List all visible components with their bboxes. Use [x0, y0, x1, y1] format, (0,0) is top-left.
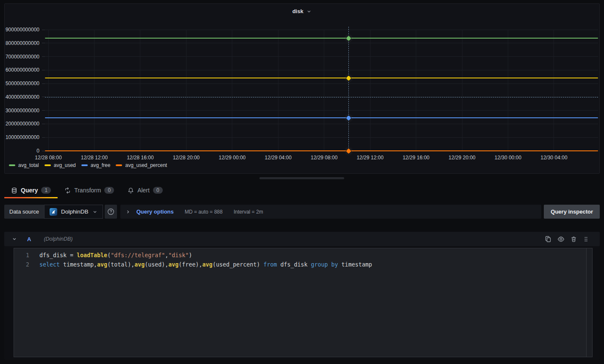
grid-line-v — [140, 30, 140, 151]
code-lines: 1dfs_disk = loadTable("dfs://telegraf","… — [14, 248, 592, 270]
code-line[interactable]: 2select timestamp,avg(total),avg(used),a… — [14, 260, 592, 270]
legend-item-avg_used_percent[interactable]: avg_used_percent — [116, 162, 167, 168]
interval-summary: Interval = 2m — [234, 209, 263, 215]
grid-line-v — [462, 30, 462, 151]
legend-swatch — [116, 164, 122, 166]
editor-tabs: Query 1 Transform 0 Alert 0 — [4, 183, 170, 197]
x-axis-label: 12/28 12:00 — [71, 155, 117, 161]
grid-line-h — [45, 43, 598, 43]
y-axis-label: 100000000000 — [5, 134, 39, 141]
duplicate-query-icon[interactable] — [545, 236, 551, 242]
y-axis-tick — [42, 97, 45, 97]
x-axis-label: 12/29 04:00 — [255, 155, 301, 161]
tab-query-label: Query — [21, 187, 38, 194]
hover-point-avg_free — [346, 115, 351, 121]
tab-transform[interactable]: Transform 0 — [58, 183, 121, 197]
x-axis-label: 12/28 08:00 — [25, 155, 72, 161]
x-axis-label: 12/30 00:00 — [485, 155, 532, 161]
legend-swatch — [45, 164, 51, 166]
hover-point-avg_used_percent — [346, 148, 351, 154]
x-axis-label: 12/28 20:00 — [163, 155, 209, 161]
x-axis-label: 12/29 12:00 — [347, 155, 393, 161]
panel-resize-handle[interactable] — [259, 177, 344, 179]
grid-line-v — [324, 30, 324, 151]
collapse-query-icon[interactable] — [12, 236, 17, 242]
grid-line-h — [45, 56, 598, 57]
legend-item-avg_free[interactable]: avg_free — [81, 162, 111, 168]
y-axis-tick — [42, 70, 45, 70]
series-line-avg_total — [45, 38, 598, 39]
crosshair-horizontal — [45, 97, 598, 97]
x-axis-label: 12/29 16:00 — [393, 155, 440, 161]
datasource-label: Data source — [4, 205, 44, 219]
y-axis-label: 500000000000 — [5, 80, 39, 87]
legend-label: avg_free — [91, 162, 111, 168]
tab-query[interactable]: Query 1 — [4, 183, 58, 197]
query-options-header[interactable]: Query options MD = auto = 888 Interval =… — [120, 205, 542, 219]
x-axis-label: 12/29 08:00 — [301, 155, 348, 161]
grid-line-v — [416, 30, 416, 151]
query-inspector-button[interactable]: Query inspector — [544, 205, 600, 219]
y-axis-tick — [42, 110, 45, 111]
tab-alert[interactable]: Alert 0 — [121, 183, 169, 197]
y-axis-tick — [42, 56, 45, 57]
editor-scrollbar[interactable] — [586, 248, 592, 357]
legend-label: avg_used — [54, 162, 76, 168]
legend-item-avg_used[interactable]: avg_used — [45, 162, 76, 168]
code-text: select timestamp,avg(total),avg(used),av… — [39, 260, 372, 270]
legend-label: avg_used_percent — [125, 162, 167, 168]
panel-title-menu[interactable]: disk — [5, 8, 599, 14]
tab-alert-label: Alert — [137, 187, 150, 194]
query-row-header[interactable]: A (DolphinDB) — [4, 232, 600, 246]
legend-swatch — [9, 164, 15, 166]
grid-line-v — [94, 30, 95, 151]
chevron-down-icon — [306, 9, 312, 14]
tab-transform-count: 0 — [104, 187, 114, 194]
legend-item-avg_total[interactable]: avg_total — [9, 162, 39, 168]
datasource-name: DolphinDB — [61, 208, 89, 215]
y-axis-tick — [42, 151, 45, 151]
question-circle-icon — [107, 208, 114, 215]
code-editor[interactable]: 1dfs_disk = loadTable("dfs://telegraf","… — [14, 248, 593, 357]
tab-transform-label: Transform — [74, 187, 101, 194]
delete-query-icon[interactable] — [571, 236, 577, 242]
toggle-visibility-icon[interactable] — [557, 236, 565, 243]
grid-line-h — [45, 30, 598, 30]
y-axis-label: 700000000000 — [5, 53, 39, 60]
series-line-avg_used — [45, 78, 598, 78]
x-axis-label: 12/29 20:00 — [439, 155, 485, 161]
x-axis-label: 12/30 04:00 — [531, 155, 577, 161]
drag-handle-icon[interactable] — [583, 236, 589, 242]
code-text: dfs_disk = loadTable("dfs://telegraf","d… — [39, 251, 192, 260]
dolphindb-logo-icon — [50, 208, 57, 216]
query-datasource-hint: (DolphinDB) — [44, 236, 72, 242]
query-row: A (DolphinDB) 1dfs_disk = loadTable("dfs… — [4, 232, 600, 360]
y-axis-tick — [42, 83, 45, 84]
panel-title-text: disk — [292, 8, 303, 14]
legend-swatch — [81, 164, 88, 166]
grid-line-h — [45, 124, 598, 124]
datasource-bar: Data source DolphinDB Query options MD =… — [4, 205, 600, 219]
query-options-link[interactable]: Query options — [136, 208, 174, 215]
grid-line-v — [554, 30, 554, 151]
line-number: 2 — [14, 260, 29, 270]
legend-label: avg_total — [18, 162, 39, 168]
datasource-picker[interactable]: DolphinDB — [44, 205, 103, 219]
y-axis-label: 900000000000 — [5, 26, 39, 33]
grid-line-h — [45, 70, 598, 70]
y-axis-label: 800000000000 — [5, 40, 39, 47]
y-axis-tick — [42, 137, 45, 138]
disk-panel: disk avg_totalavg_usedavg_freeavg_used_p… — [4, 3, 600, 174]
grid-line-v — [508, 30, 508, 151]
chevron-right-icon — [125, 209, 131, 214]
code-line[interactable]: 1dfs_disk = loadTable("dfs://telegraf","… — [14, 251, 592, 260]
grid-line-v — [186, 30, 186, 151]
line-number: 1 — [14, 251, 29, 260]
y-axis-tick — [42, 124, 45, 124]
datasource-help-button[interactable] — [105, 205, 117, 219]
active-tab-indicator — [4, 197, 58, 198]
bell-icon — [128, 187, 134, 194]
hover-point-avg_total — [346, 36, 351, 41]
y-axis-label: 200000000000 — [5, 120, 39, 127]
grid-line-v — [278, 30, 278, 151]
